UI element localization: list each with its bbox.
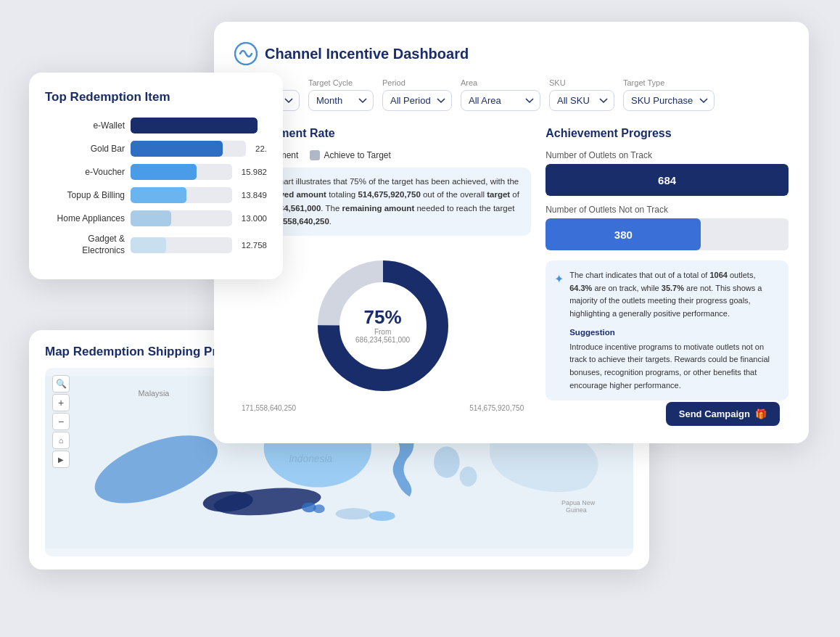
donut-center-text: 75% From 686,234,561,000 — [355, 308, 410, 344]
dashboard-logo-icon — [234, 42, 258, 65]
content-row: Achievement Rate Achievement Achieve to … — [234, 127, 788, 426]
map-zoom-in-button[interactable]: + — [52, 394, 70, 411]
target-type-filter-group: Target Type SKU Purchase — [623, 78, 715, 111]
bar-label-homeapp: Home Appliances — [45, 213, 125, 223]
send-campaign-button[interactable]: Send Campaign 🎁 — [666, 402, 780, 426]
bar-value-homeapp: 13.000 — [242, 214, 267, 223]
bar-label-gadget: Gadget &Electronics — [45, 234, 125, 256]
suggestion-text: Introduce incentive programs to motivate… — [569, 341, 780, 392]
bar-value-evoucher: 15.982 — [242, 168, 267, 176]
outlets-on-track-label: Number of Outlets on Track — [545, 150, 788, 160]
bar-fill-gadget — [131, 237, 166, 253]
svg-text:Guinea: Guinea — [566, 506, 587, 514]
sku-select[interactable]: All SKU — [549, 90, 614, 111]
progress-info-box: ✦ The chart indicates that out of a tota… — [545, 260, 788, 400]
bar-value-gadget: 12.758 — [242, 241, 267, 250]
target-cycle-label: Target Cycle — [308, 78, 374, 87]
outlets-not-on-track-fill: 380 — [545, 218, 701, 250]
map-pan-button[interactable]: ▶ — [52, 451, 70, 468]
bar-track-evoucher — [131, 164, 232, 180]
bar-label-ewallet: e-Wallet — [45, 120, 125, 131]
achieve-to-target-dot — [310, 150, 320, 160]
dashboard-header: Channel Incentive Dashboard — [234, 42, 788, 65]
progress-info-text: The chart indicates that out of a total … — [569, 269, 780, 392]
papua-label: Papua New — [561, 499, 596, 506]
donut-percent: 75% — [355, 308, 410, 326]
achievement-info-text: The chart illustrates that 75% of the ta… — [258, 175, 522, 229]
bar-row-gadget: Gadget &Electronics 12.758 — [45, 234, 267, 256]
outlets-on-track-track: 684 — [545, 164, 788, 196]
progress-info-inner: ✦ The chart indicates that out of a tota… — [554, 269, 780, 392]
main-dashboard-card: Channel Incentive Dashboard Year 2024 Ta… — [214, 22, 809, 443]
area-select[interactable]: All Area — [461, 90, 540, 111]
bar-track-homeapp — [131, 210, 232, 226]
svg-point-13 — [369, 511, 395, 521]
bar-row-topup: Topup & Billing 13.849 — [45, 187, 267, 203]
outlets-on-track-fill: 684 — [545, 164, 788, 196]
bar-track-topup — [131, 187, 232, 203]
svg-point-11 — [313, 504, 325, 513]
sku-filter-group: SKU All SKU — [549, 78, 614, 111]
svg-point-9 — [460, 467, 477, 487]
progress-star-icon: ✦ — [554, 270, 564, 392]
outlets-on-track-value: 684 — [658, 174, 676, 186]
dashboard-title: Channel Incentive Dashboard — [265, 46, 469, 62]
outlets-not-on-track-row: Number of Outlets Not on Track 380 — [545, 205, 788, 250]
target-type-select[interactable]: SKU Purchase — [623, 90, 715, 111]
outlets-on-track-row: Number of Outlets on Track 684 — [545, 150, 788, 196]
donut-from-label: From — [355, 328, 410, 336]
bar-fill-goldbar — [131, 141, 223, 157]
donut-from-value: 686,234,561,000 — [355, 336, 410, 344]
outlets-not-on-track-value: 380 — [614, 229, 633, 241]
bar-track-gadget — [131, 237, 232, 253]
top-redemption-title: Top Redemption Item — [45, 90, 267, 104]
gift-icon: 🎁 — [755, 408, 767, 419]
bar-row-goldbar: Gold Bar 22. — [45, 141, 267, 157]
achievement-progress-section: Achievement Progress Number of Outlets o… — [545, 127, 788, 426]
filters-row: Year 2024 Target Cycle Month Period All … — [234, 78, 788, 111]
legend-achieve-to-target: Achieve to Target — [310, 150, 391, 160]
bar-row-homeapp: Home Appliances 13.000 — [45, 210, 267, 226]
target-type-label: Target Type — [623, 78, 715, 87]
map-zoom-out-button[interactable]: − — [52, 413, 70, 430]
period-select[interactable]: All Period — [382, 90, 452, 111]
bar-fill-ewallet — [131, 118, 258, 133]
bar-fill-homeapp — [131, 210, 171, 226]
outlets-not-on-track-track: 380 — [545, 218, 788, 250]
bar-label-evoucher: e-Voucher — [45, 167, 125, 177]
area-label: Area — [461, 78, 540, 87]
malaysia-label: Malaysia — [139, 389, 170, 398]
achieve-to-target-legend-label: Achieve to Target — [324, 150, 391, 160]
map-home-button[interactable]: ⌂ — [52, 432, 70, 449]
svg-point-12 — [336, 508, 371, 519]
top-redemption-card: Top Redemption Item e-Wallet Gold Bar 22… — [29, 73, 283, 279]
bar-value-goldbar: 22. — [255, 144, 267, 153]
sku-label: SKU — [549, 78, 614, 87]
period-label: Period — [382, 78, 452, 87]
bar-fill-topup — [131, 187, 186, 203]
bar-value-topup: 13.849 — [242, 191, 267, 200]
bar-row-evoucher: e-Voucher 15.982 — [45, 164, 267, 180]
area-filter-group: Area All Area — [461, 78, 540, 111]
map-controls: 🔍 + − ⌂ ▶ — [52, 375, 70, 468]
bar-label-topup: Topup & Billing — [45, 190, 125, 200]
period-filter-group: Period All Period — [382, 78, 452, 111]
map-search-button[interactable]: 🔍 — [52, 375, 70, 393]
achievement-progress-title: Achievement Progress — [545, 127, 788, 140]
target-cycle-filter-group: Target Cycle Month — [308, 78, 374, 111]
bar-track-goldbar — [131, 141, 246, 157]
svg-point-8 — [434, 446, 460, 478]
send-campaign-label: Send Campaign — [679, 408, 750, 419]
outlets-not-on-track-label: Number of Outlets Not on Track — [545, 205, 788, 215]
bar-track-ewallet — [131, 118, 258, 133]
bar-fill-evoucher — [131, 164, 197, 180]
bar-row-ewallet: e-Wallet — [45, 118, 267, 133]
target-cycle-select[interactable]: Month — [308, 90, 374, 111]
suggestion-title: Suggestion — [569, 326, 780, 339]
bar-label-goldbar: Gold Bar — [45, 144, 125, 154]
